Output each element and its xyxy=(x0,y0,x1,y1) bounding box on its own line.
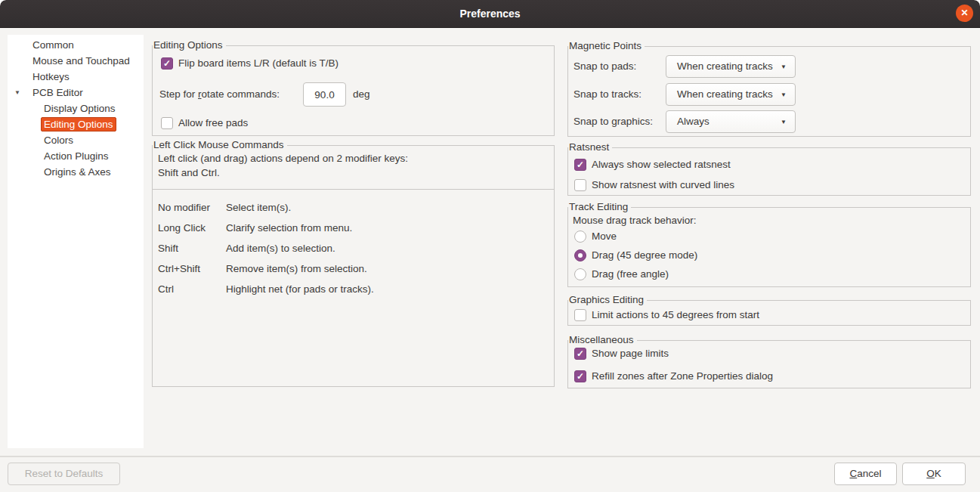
description-line: Left click (and drag) actions depend on … xyxy=(158,151,548,166)
chevron-down-icon: ▼ xyxy=(781,85,787,106)
left-click-description: Left click (and drag) actions depend on … xyxy=(153,146,554,190)
radio-selected-icon[interactable] xyxy=(574,249,586,261)
sidebar-item-label: Hotkeys xyxy=(32,71,70,82)
rotate-step-label: Step for rotate commands: xyxy=(159,82,280,107)
sidebar-item-display-options[interactable]: Display Options xyxy=(8,101,144,116)
preferences-dialog: Preferences ✕ Common Mouse and Touchpad … xyxy=(0,0,980,492)
dropdown-value: When creating tracks xyxy=(677,88,773,100)
radio-label: Drag (free angle) xyxy=(592,268,669,280)
modifier-cell: Long Click xyxy=(158,222,226,234)
button-label: O xyxy=(926,468,935,479)
checkbox-checked-icon[interactable]: ✓ xyxy=(161,57,173,70)
checkbox-label: Always show selected ratsnest xyxy=(592,159,731,170)
button-label: C xyxy=(849,468,857,479)
always-show-ratsnest-checkbox[interactable]: ✓ Always show selected ratsnest xyxy=(574,158,731,171)
checkbox-label: Show page limits xyxy=(592,348,669,359)
action-cell: Highlight net (for pads or tracks). xyxy=(226,283,374,295)
footer-divider xyxy=(0,456,980,457)
expander-down-icon[interactable]: ▼ xyxy=(14,85,20,101)
checkbox-label: Show ratsnest with curved lines xyxy=(592,179,734,190)
checkbox-unchecked-icon[interactable] xyxy=(574,179,586,191)
description-line: Shift and Ctrl. xyxy=(158,166,548,180)
sidebar-item-mouse-and-touchpad[interactable]: Mouse and Touchpad xyxy=(8,53,144,69)
checkbox-checked-icon[interactable]: ✓ xyxy=(574,370,586,382)
checkbox-label: Limit actions to 45 degrees from start xyxy=(592,309,759,320)
snap-to-graphics-label: Snap to graphics: xyxy=(573,110,653,133)
sidebar-item-label: Origins & Axes xyxy=(44,166,111,178)
dropdown-value: Always xyxy=(677,116,709,127)
sidebar-item-pcb-editor[interactable]: ▼ PCB Editor xyxy=(8,85,144,101)
sidebar-item-label: PCB Editor xyxy=(32,87,83,98)
button-label: ancel xyxy=(857,468,881,479)
radio-dot-icon xyxy=(578,253,583,258)
cancel-button[interactable]: Cancel xyxy=(834,463,897,485)
titlebar[interactable]: Preferences ✕ xyxy=(0,0,980,28)
sidebar-item-common[interactable]: Common xyxy=(8,37,144,53)
radio-label: Move xyxy=(592,231,617,242)
sidebar-item-editing-options[interactable]: Editing Options xyxy=(8,116,144,132)
modifier-cell: Ctrl xyxy=(158,283,226,295)
limit-45-checkbox[interactable]: Limit actions to 45 degrees from start xyxy=(574,308,759,321)
action-cell: Add item(s) to selection. xyxy=(226,243,335,254)
snap-to-graphics-dropdown[interactable]: Always ▼ xyxy=(666,110,796,133)
radio-label: Drag (45 degree mode) xyxy=(592,249,697,261)
sidebar-item-label: Mouse and Touchpad xyxy=(32,55,130,67)
modifier-cell: Ctrl+Shift xyxy=(158,263,226,274)
track-editing-group: Track Editing Mouse drag track behavior:… xyxy=(567,207,971,287)
action-cell: Remove item(s) from selection. xyxy=(226,263,367,274)
table-row: Shift Add item(s) to selection. xyxy=(158,238,548,258)
modifier-actions-table: No modifier Select item(s). Long Click C… xyxy=(153,190,554,299)
modifier-cell: Shift xyxy=(158,243,226,254)
ok-button[interactable]: OK xyxy=(902,463,966,485)
radio-unselected-icon[interactable] xyxy=(574,231,586,243)
curved-ratsnest-checkbox[interactable]: Show ratsnest with curved lines xyxy=(574,178,734,191)
sidebar-item-label: Common xyxy=(32,39,74,51)
preferences-tree: Common Mouse and Touchpad Hotkeys ▼ PCB … xyxy=(8,35,144,180)
ratsnest-group: Ratsnest ✓ Always show selected ratsnest… xyxy=(567,147,971,196)
table-row: No modifier Select item(s). xyxy=(158,197,548,218)
radio-move[interactable]: Move xyxy=(574,230,617,243)
flip-board-checkbox[interactable]: ✓ Flip board items L/R (default is T/B) xyxy=(161,57,339,70)
refill-zones-checkbox[interactable]: ✓ Refill zones after Zone Properties dia… xyxy=(574,370,773,382)
graphics-editing-group: Graphics Editing Limit actions to 45 deg… xyxy=(567,300,971,326)
radio-drag-45[interactable]: Drag (45 degree mode) xyxy=(574,249,697,261)
sidebar-item-action-plugins[interactable]: Action Plugins xyxy=(8,148,144,164)
sidebar-item-label-selected: Editing Options xyxy=(41,117,116,132)
sidebar: Common Mouse and Touchpad Hotkeys ▼ PCB … xyxy=(8,35,144,448)
sidebar-item-label: Action Plugins xyxy=(44,150,109,162)
group-title: Ratsnest xyxy=(568,141,612,153)
action-cell: Select item(s). xyxy=(226,202,291,213)
group-title: Graphics Editing xyxy=(568,294,647,306)
radio-unselected-icon[interactable] xyxy=(574,268,586,280)
sidebar-item-colors[interactable]: Colors xyxy=(8,132,144,148)
rotate-units-label: deg xyxy=(353,82,370,107)
snap-to-pads-dropdown[interactable]: When creating tracks ▼ xyxy=(666,55,796,78)
modifier-cell: No modifier xyxy=(158,202,226,213)
chevron-down-icon: ▼ xyxy=(781,112,787,133)
allow-free-pads-checkbox[interactable]: Allow free pads xyxy=(161,116,248,129)
radio-drag-free[interactable]: Drag (free angle) xyxy=(574,268,669,280)
checkbox-unchecked-icon[interactable] xyxy=(574,309,586,321)
show-page-limits-checkbox[interactable]: ✓ Show page limits xyxy=(574,347,669,360)
checkbox-label: Refill zones after Zone Properties dialo… xyxy=(592,370,773,382)
checkbox-unchecked-icon[interactable] xyxy=(161,117,173,129)
snap-to-pads-label: Snap to pads: xyxy=(573,55,636,78)
window-title: Preferences xyxy=(0,0,980,27)
close-button[interactable]: ✕ xyxy=(956,5,973,22)
magnetic-points-group: Magnetic Points Snap to pads: When creat… xyxy=(567,46,971,137)
sidebar-item-hotkeys[interactable]: Hotkeys xyxy=(8,69,144,85)
checkbox-label: Flip board items L/R (default is T/B) xyxy=(178,57,339,69)
sidebar-item-origins-axes[interactable]: Origins & Axes xyxy=(8,164,144,180)
dropdown-value: When creating tracks xyxy=(677,60,773,72)
group-title: Left Click Mouse Commands xyxy=(153,139,287,151)
miscellaneous-group: Miscellaneous ✓ Show page limits ✓ Refil… xyxy=(567,340,971,388)
sidebar-item-label: Display Options xyxy=(44,103,116,114)
button-label: Reset to Defaults xyxy=(25,468,104,479)
checkbox-checked-icon[interactable]: ✓ xyxy=(574,348,586,360)
snap-to-tracks-dropdown[interactable]: When creating tracks ▼ xyxy=(666,83,796,106)
reset-to-defaults-button[interactable]: Reset to Defaults xyxy=(8,463,120,485)
editing-options-group: Editing Options ✓ Flip board items L/R (… xyxy=(152,45,555,136)
action-cell: Clarify selection from menu. xyxy=(226,222,352,234)
rotate-step-input[interactable] xyxy=(303,82,346,107)
checkbox-checked-icon[interactable]: ✓ xyxy=(574,159,586,171)
